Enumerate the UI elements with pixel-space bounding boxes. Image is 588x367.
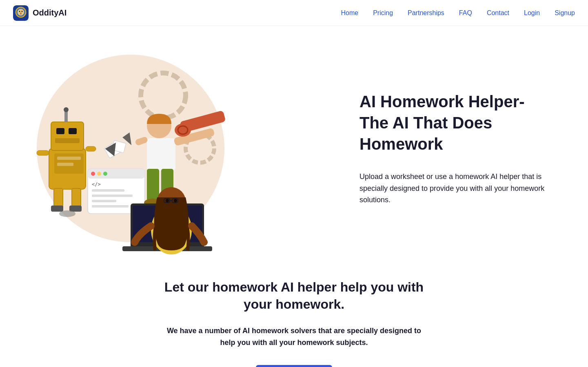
svg-point-30 bbox=[103, 172, 107, 176]
svg-rect-33 bbox=[92, 195, 133, 197]
svg-point-29 bbox=[97, 172, 101, 176]
svg-point-53 bbox=[174, 199, 177, 202]
svg-point-52 bbox=[166, 199, 169, 202]
svg-point-3 bbox=[18, 9, 24, 15]
brand-name: OddityAI bbox=[33, 8, 67, 18]
hero-illustration: </> bbox=[24, 42, 237, 254]
nav-home[interactable]: Home bbox=[341, 9, 358, 17]
nav-pricing[interactable]: Pricing bbox=[373, 9, 393, 17]
nav-contact[interactable]: Contact bbox=[487, 9, 509, 17]
svg-rect-23 bbox=[51, 206, 63, 212]
svg-point-6 bbox=[20, 12, 22, 13]
svg-point-25 bbox=[59, 210, 75, 217]
hero-description: Upload a worksheet or use a homework AI … bbox=[359, 171, 555, 206]
svg-point-7 bbox=[141, 73, 186, 118]
svg-rect-37 bbox=[147, 138, 175, 171]
bottom-section: Let our homework AI helper help you with… bbox=[0, 263, 588, 367]
svg-point-4 bbox=[19, 11, 20, 12]
cta-button[interactable]: Try it free! bbox=[256, 365, 332, 367]
svg-rect-17 bbox=[57, 157, 81, 160]
logo[interactable]: OddityAI bbox=[13, 5, 67, 21]
svg-rect-14 bbox=[69, 128, 77, 134]
hero-section: </> bbox=[0, 26, 588, 263]
svg-rect-20 bbox=[86, 146, 96, 151]
svg-point-5 bbox=[22, 11, 23, 12]
svg-rect-42 bbox=[135, 136, 148, 146]
hero-content: AI Homework Helper- The AI That Does Hom… bbox=[327, 91, 555, 206]
svg-rect-27 bbox=[88, 169, 145, 179]
nav-signup[interactable]: Signup bbox=[555, 9, 575, 17]
svg-point-12 bbox=[64, 107, 69, 112]
svg-rect-18 bbox=[57, 163, 73, 166]
svg-rect-32 bbox=[92, 189, 124, 192]
svg-rect-34 bbox=[92, 200, 116, 202]
svg-rect-24 bbox=[69, 206, 82, 212]
bottom-description: We have a number of AI homework solvers … bbox=[164, 325, 425, 349]
nav-faq[interactable]: FAQ bbox=[459, 9, 472, 17]
hero-title: AI Homework Helper- The AI That Does Hom… bbox=[359, 91, 555, 155]
logo-icon bbox=[13, 5, 29, 21]
svg-rect-15 bbox=[55, 138, 80, 143]
svg-rect-10 bbox=[51, 122, 84, 150]
nav-links: Home Pricing Partnerships FAQ Contact Lo… bbox=[341, 9, 575, 17]
svg-rect-13 bbox=[56, 128, 64, 134]
svg-rect-35 bbox=[92, 205, 129, 208]
svg-rect-38 bbox=[147, 169, 159, 201]
navbar: OddityAI Home Pricing Partnerships FAQ C… bbox=[0, 0, 588, 26]
svg-text:</>: </> bbox=[92, 181, 101, 187]
svg-point-28 bbox=[91, 172, 95, 176]
svg-rect-19 bbox=[37, 150, 49, 155]
hero-svg: </> bbox=[24, 42, 237, 254]
bottom-title: Let our homework AI helper help you with… bbox=[151, 279, 437, 313]
svg-rect-11 bbox=[64, 112, 68, 122]
nav-partnerships[interactable]: Partnerships bbox=[408, 9, 444, 17]
nav-login[interactable]: Login bbox=[524, 9, 540, 17]
